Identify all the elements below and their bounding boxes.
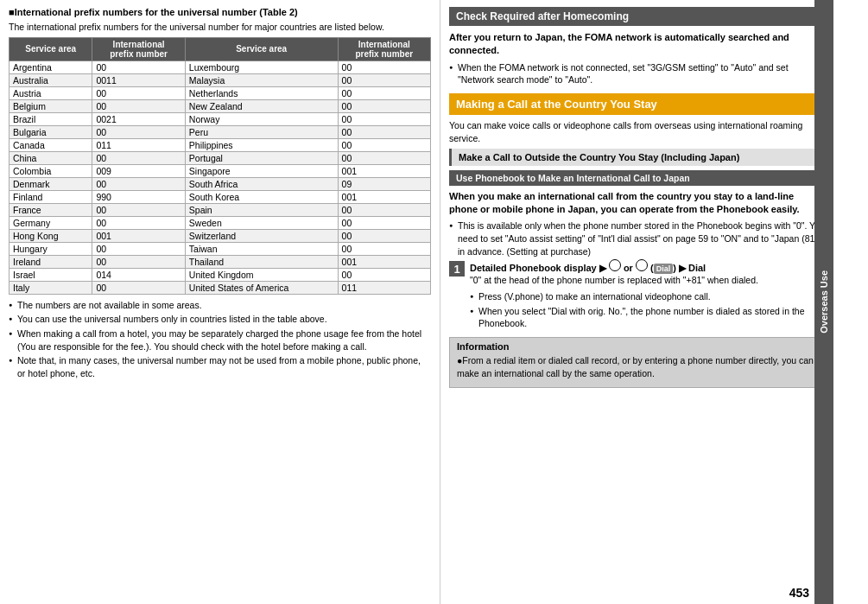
table-cell: Brazil	[10, 112, 92, 125]
make-call-subheader: Make a Call to Outside the Country You S…	[449, 149, 825, 166]
col-header-prefix1: Internationalprefix number	[92, 37, 185, 60]
step-title-text: Detailed Phonebook display	[470, 263, 597, 273]
table-row: China00Portugal00	[10, 151, 431, 164]
table-cell: Colombia	[10, 164, 92, 177]
info-box-header: Information	[457, 341, 817, 352]
check-bullet-item: When the FOMA network is not connected, …	[449, 61, 825, 86]
table-row: Israel014United Kingdom00	[10, 268, 431, 281]
table-cell: France	[10, 203, 92, 216]
step-paren-close: )	[673, 263, 676, 273]
making-call-header: Making a Call at the Country You Stay	[449, 93, 825, 115]
table-cell: 00	[338, 125, 430, 138]
table-cell: 00	[92, 86, 185, 99]
table-cell: Thailand	[185, 255, 338, 268]
table-cell: South Korea	[185, 190, 338, 203]
step-arrow2: ▶	[679, 263, 686, 273]
table-cell: 001	[338, 164, 430, 177]
dial-button: Dial	[654, 264, 674, 274]
table-cell: Italy	[10, 281, 92, 294]
phonebook-body: When you make an international call from…	[449, 190, 825, 217]
table-cell: Austria	[10, 86, 92, 99]
table-cell: 0011	[92, 73, 185, 86]
table-row: Ireland00Thailand001	[10, 255, 431, 268]
left-intro-text: The international prefix numbers for the…	[9, 21, 431, 34]
table-cell: Singapore	[185, 164, 338, 177]
right-column: Check Required after Homecoming After yo…	[440, 0, 833, 604]
table-row: Brazil0021Norway00	[10, 112, 431, 125]
table-cell: Malaysia	[185, 73, 338, 86]
table-cell: 014	[92, 268, 185, 281]
step-dial-text: Dial	[688, 263, 706, 273]
col-header-service1: Service area	[10, 37, 92, 60]
sidebar-label: Overseas Use	[814, 0, 833, 604]
col-header-prefix2: Internationalprefix number	[338, 37, 430, 60]
table-row: Hungary00Taiwan00	[10, 242, 431, 255]
table-cell: Denmark	[10, 177, 92, 190]
table-cell: 00	[338, 268, 430, 281]
table-cell: Germany	[10, 216, 92, 229]
table-cell: Switzerland	[185, 229, 338, 242]
table-row: Australia0011Malaysia00	[10, 73, 431, 86]
table-cell: 00	[92, 99, 185, 112]
step-sub-bullets: Press (V.phone) to make an international…	[470, 290, 825, 330]
table-cell: Philippines	[185, 138, 338, 151]
table-cell: 0021	[92, 112, 185, 125]
table-cell: 00	[92, 60, 185, 73]
table-cell: 00	[92, 242, 185, 255]
table-row: Argentina00Luxembourg00	[10, 60, 431, 73]
table-cell: Canada	[10, 138, 92, 151]
table-cell: 00	[338, 60, 430, 73]
table-cell: Taiwan	[185, 242, 338, 255]
info-box: Information ●From a redial item or diale…	[449, 337, 825, 387]
page-number: 453	[789, 586, 809, 600]
table-cell: Israel	[10, 268, 92, 281]
step-sub-bullet2: When you select "Dial with orig. No.", t…	[470, 305, 825, 330]
bullet-item: The numbers are not available in some ar…	[9, 299, 431, 312]
table-cell: Bulgaria	[10, 125, 92, 138]
table-cell: Sweden	[185, 216, 338, 229]
bullet-item: Note that, in many cases, the universal …	[9, 354, 431, 379]
table-cell: 00	[338, 229, 430, 242]
table-cell: 011	[338, 281, 430, 294]
check-bullets: When the FOMA network is not connected, …	[449, 61, 825, 86]
table-cell: United States of America	[185, 281, 338, 294]
prefix-table: Service area Internationalprefix number …	[9, 37, 431, 295]
col-header-service2: Service area	[185, 37, 338, 60]
table-cell: Netherlands	[185, 86, 338, 99]
table-cell: 00	[338, 151, 430, 164]
sidebar-label-text: Overseas Use	[819, 270, 829, 334]
table-cell: Hong Kong	[10, 229, 92, 242]
table-cell: 001	[338, 190, 430, 203]
phonebook-bullet-item: This is available only when the phone nu…	[449, 219, 825, 257]
table-cell: 00	[92, 216, 185, 229]
table-cell: 00	[92, 255, 185, 268]
table-cell: United Kingdom	[185, 268, 338, 281]
table-cell: 00	[92, 177, 185, 190]
table-cell: 001	[92, 229, 185, 242]
step-content: Detailed Phonebook display ▶ or (Dial) ▶…	[470, 259, 825, 332]
table-row: Belgium00New Zealand00	[10, 99, 431, 112]
phonebook-bullets: This is available only when the phone nu…	[449, 219, 825, 257]
table-cell: 00	[338, 99, 430, 112]
making-call-body: You can make voice calls or videophone c…	[449, 119, 825, 144]
step-arrow1: ▶	[599, 263, 606, 273]
table-cell: 00	[338, 86, 430, 99]
bullet-item: You can use the universal numbers only i…	[9, 313, 431, 326]
left-main-title: ■International prefix numbers for the un…	[9, 7, 431, 17]
table-row: Canada011Philippines00	[10, 138, 431, 151]
table-cell: Australia	[10, 73, 92, 86]
step-or-text: or	[624, 263, 633, 273]
table-row: Italy00United States of America011	[10, 281, 431, 294]
table-cell: Belgium	[10, 99, 92, 112]
table-cell: Norway	[185, 112, 338, 125]
table-cell: 00	[92, 125, 185, 138]
table-row: Germany00Sweden00	[10, 216, 431, 229]
check-body1: After you return to Japan, the FOMA netw…	[449, 31, 825, 58]
table-cell: Spain	[185, 203, 338, 216]
table-row: Austria00Netherlands00	[10, 86, 431, 99]
table-cell: Peru	[185, 125, 338, 138]
table-cell: Luxembourg	[185, 60, 338, 73]
table-row: Bulgaria00Peru00	[10, 125, 431, 138]
table-cell: 00	[338, 242, 430, 255]
table-row: Colombia009Singapore001	[10, 164, 431, 177]
